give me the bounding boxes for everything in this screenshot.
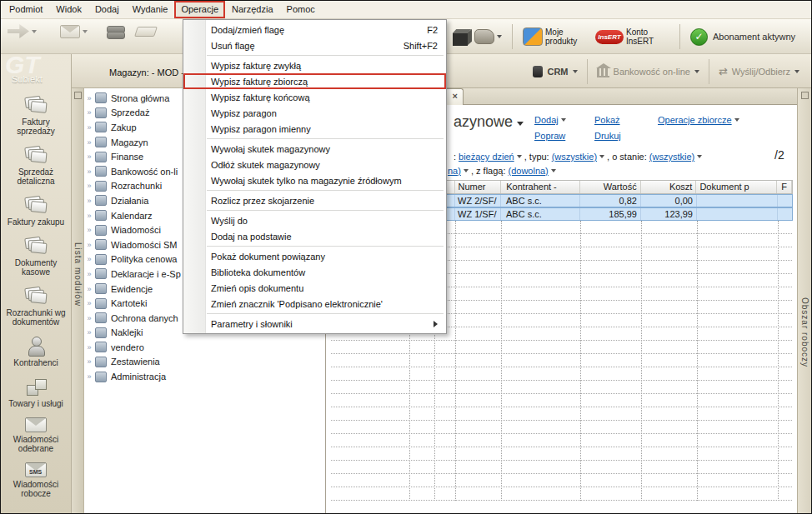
menu-item-dodaj-zmien-flage[interactable]: Dodaj/zmień flagę F2: [183, 22, 446, 37]
column-header-dokument[interactable]: Dokument p: [696, 181, 777, 193]
send-document-button[interactable]: [8, 24, 37, 38]
filter-stanie-value[interactable]: (wszystkie): [649, 152, 694, 162]
pin-icon[interactable]: [801, 92, 809, 99]
menu-item-wyslij-do[interactable]: Wyślij do: [183, 212, 446, 228]
menu-pomoc[interactable]: Pomoc: [280, 1, 322, 18]
crm-button[interactable]: CRM: [533, 66, 577, 77]
magazyn-selector[interactable]: Magazyn: - MOD -: [109, 67, 184, 77]
menu-item-wypisz-paragon[interactable]: Wypisz paragon: [183, 105, 446, 121]
column-header-koszt[interactable]: Koszt: [641, 181, 697, 193]
menu-item-parametry-i-slowniki[interactable]: Parametry i słowniki: [183, 316, 446, 332]
module-tool-button[interactable]: [474, 29, 502, 44]
module-icon: [95, 283, 107, 294]
tool-icon: [474, 29, 494, 44]
chevron-down-icon: [573, 70, 578, 73]
menu-item-label: Wyślij do: [211, 216, 248, 226]
menu-widok[interactable]: Widok: [49, 1, 88, 18]
sidebar-item-faktury-sprzedazy[interactable]: Faktury sprzedaży: [1, 91, 71, 141]
abonament-status[interactable]: Abonament aktywny: [690, 28, 795, 46]
module-icon: [95, 122, 107, 132]
column-header-f[interactable]: F: [777, 181, 792, 193]
chevron-right-icon: [84, 108, 94, 117]
module-item-vendero[interactable]: vendero: [84, 340, 325, 355]
moje-produkty-label: Moje produkty: [545, 27, 589, 46]
module-icon: [95, 166, 107, 177]
module-item-zestawienia[interactable]: Zestawienia: [84, 355, 325, 370]
menu-item-dodaj-na-podstawie[interactable]: Dodaj na podstawie: [183, 228, 446, 244]
sidebar-item-sms-robocze[interactable]: SMS Wiadomości robocze: [1, 458, 71, 503]
menu-item-label: Dodaj/zmień flagę: [211, 25, 284, 35]
menu-narzedzia[interactable]: Narzędzia: [225, 1, 280, 18]
konto-insert-button[interactable]: InsERT Konto InsERT: [595, 27, 669, 46]
dodaj-link[interactable]: Dodaj: [534, 115, 566, 125]
module-label: Bankowość on-li: [111, 167, 178, 177]
module-label: Rozrachunki: [111, 181, 162, 191]
obszar-roboczy-label: Obszar roboczy: [800, 297, 809, 367]
sidebar-item-dokumenty-kasowe[interactable]: Dokumenty kasowe: [1, 232, 71, 282]
moje-produkty-button[interactable]: Moje produkty: [523, 27, 589, 46]
pokaz-link[interactable]: Pokaż: [594, 115, 620, 125]
pin-icon[interactable]: [74, 92, 82, 99]
sidebar-item-kontrahenci[interactable]: Kontrahenci: [1, 332, 71, 372]
filter-flaga-value[interactable]: (dowolna): [508, 166, 548, 176]
page-title[interactable]: azynowe: [454, 113, 524, 131]
menu-item-wypisz-paragon-imienny[interactable]: Wypisz paragon imienny: [183, 121, 446, 137]
stack-button[interactable]: [106, 25, 124, 38]
filter-period[interactable]: bieżący dzień: [459, 152, 514, 162]
column-header-numer[interactable]: Numer: [455, 181, 501, 193]
chevron-right-icon: [84, 372, 94, 381]
menu-item-usun-flage[interactable]: Usuń flagę Shift+F2: [183, 37, 446, 53]
sidebar-item-faktury-zakupu[interactable]: Faktury zakupu: [1, 191, 71, 232]
bankowosc-button[interactable]: Bankowość on-line: [597, 65, 699, 77]
drukuj-link[interactable]: Drukuj: [594, 131, 621, 141]
chevron-right-icon: [84, 299, 94, 307]
module-item-administracja[interactable]: Administracja: [84, 369, 325, 384]
toolbar-right-group: Moje produkty InsERT Konto InsERT Abonam…: [453, 19, 795, 54]
module-label: Polityka cenowa: [111, 254, 178, 264]
stack-icon: [106, 25, 124, 38]
chevron-down-icon: [517, 122, 524, 126]
menu-wydanie[interactable]: Wydanie: [126, 1, 175, 18]
menu-operacje[interactable]: Operacje: [174, 1, 225, 18]
sidebar-item-rozrachunki[interactable]: Rozrachunki wg dokumentów: [1, 282, 71, 332]
menu-item-odloz-skutek[interactable]: Odłóż skutek magazynowy: [183, 157, 446, 172]
filter-partial-value[interactable]: na): [448, 166, 461, 176]
module-strip-label: Lista modułów: [73, 242, 83, 307]
wyslij-odbierz-button[interactable]: Wyślij/Odbierz: [719, 65, 799, 77]
sidebar-item-sprzedaz-detaliczna[interactable]: Sprzedaż detaliczna: [1, 141, 71, 191]
obszar-roboczy-strip[interactable]: Obszar roboczy: [797, 88, 811, 513]
menu-item-wywolaj-skutek[interactable]: Wywołaj skutek magazynowy: [183, 141, 446, 157]
menu-item-pokaz-dokument-powiazany[interactable]: Pokaż dokument powiązany: [183, 248, 446, 264]
eraser-button[interactable]: [136, 27, 156, 37]
menu-podmiot[interactable]: Podmiot: [3, 1, 49, 18]
menu-item-wypisz-fakture-zbiorcza[interactable]: Wypisz fakturę zbiorczą: [183, 73, 446, 89]
cube-button[interactable]: [453, 28, 468, 46]
tab-close-icon[interactable]: [453, 91, 458, 101]
menu-separator: [207, 138, 444, 139]
mail-button[interactable]: [60, 25, 88, 38]
column-header-wartosc[interactable]: Wartość: [580, 181, 641, 193]
menu-item-wypisz-fakture-koncowa[interactable]: Wypisz fakturę końcową: [183, 89, 446, 105]
sidebar-item-label: Faktury sprzedaży: [3, 117, 69, 136]
chevron-down-icon: [697, 155, 702, 158]
menu-item-zmien-znacznik[interactable]: Zmień znacznik 'Podpisano elektronicznie…: [183, 296, 446, 312]
menu-item-wywolaj-skutek-zrodlowy[interactable]: Wywołaj skutek tylko na magazynie źródło…: [183, 172, 446, 188]
chevron-right-icon: [84, 167, 94, 176]
menu-item-zmien-opis[interactable]: Zmień opis dokumentu: [183, 280, 446, 296]
envelope-icon: [60, 25, 80, 38]
menu-item-label: Wywołaj skutek tylko na magazynie źródło…: [211, 176, 402, 186]
module-strip[interactable]: Lista modułów: [72, 88, 84, 513]
chevron-right-icon: [84, 182, 94, 190]
sidebar-item-towary[interactable]: Towary i usługi: [1, 372, 71, 413]
menu-dodaj[interactable]: Dodaj: [88, 1, 126, 18]
column-header-kontrahent[interactable]: Kontrahent -: [501, 181, 580, 193]
chevron-down-icon: [694, 70, 699, 73]
menu-item-biblioteka-dokumentow[interactable]: Biblioteka dokumentów: [183, 264, 446, 280]
record-counter: /2: [774, 148, 784, 162]
operacje-zbiorcze-link[interactable]: Operacje zbiorcze: [658, 115, 739, 125]
sidebar-item-wiadomosci-odebrane[interactable]: Wiadomości odebrane: [1, 413, 71, 458]
filter-typu-value[interactable]: (wszystkie): [552, 152, 597, 162]
menu-item-wypisz-fakture-zwykla[interactable]: Wypisz fakturę zwykłą: [183, 57, 446, 73]
menu-item-rozlicz-przez-skojarzenie[interactable]: Rozlicz przez skojarzenie: [183, 192, 446, 208]
popraw-link[interactable]: Popraw: [534, 131, 565, 141]
